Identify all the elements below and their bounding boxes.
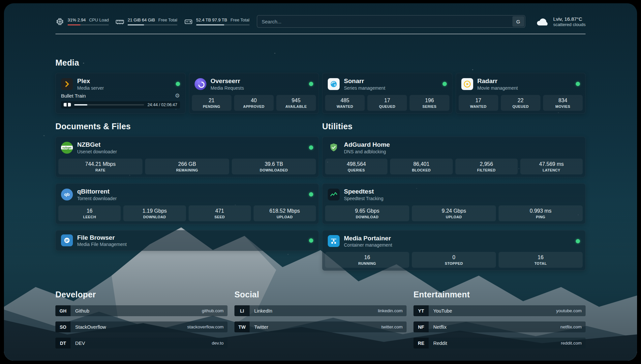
weather-widget: Lviv, 16.87°C scattered clouds bbox=[536, 16, 586, 27]
overseerr-card[interactable]: Overseerr Media Requests 21 PENDING 40 A… bbox=[189, 73, 319, 114]
cpu-label: CPU bbox=[89, 17, 98, 22]
filebrowser-card[interactable]: File Browser Media File Management bbox=[55, 230, 319, 251]
search-bar: G bbox=[257, 15, 525, 28]
app-name: AdGuard Home bbox=[344, 141, 390, 148]
bookmark-abbr: YT bbox=[413, 305, 429, 316]
progress-track[interactable] bbox=[74, 104, 144, 106]
bookmark-linkedin[interactable]: LI LinkedIn linkedin.com bbox=[234, 305, 407, 316]
section-title-social: Social bbox=[234, 290, 407, 299]
radarr-icon bbox=[461, 78, 473, 90]
bookmark-abbr: SO bbox=[55, 321, 71, 332]
bookmark-name: YouTube bbox=[433, 308, 452, 314]
stat-series: 196 SERIES bbox=[410, 95, 449, 111]
stat-remaining: 266 GB REMAINING bbox=[145, 159, 229, 174]
top-bar: 31% 2.94 CPU Load bbox=[55, 15, 586, 28]
bookmark-twitter[interactable]: TW Twitter twitter.com bbox=[234, 321, 407, 332]
sonarr-card[interactable]: Sonarr Series management 485 WANTED 17 Q… bbox=[322, 73, 452, 114]
disk-free-label: Free bbox=[230, 17, 239, 22]
disk-free-value: 52.4 TB bbox=[196, 17, 211, 22]
bookmark-stackoverflow[interactable]: SO StackOverflow stackoverflow.com bbox=[55, 321, 228, 332]
topbar-divider bbox=[55, 34, 586, 34]
gear-icon[interactable]: ⚙ bbox=[175, 93, 180, 99]
bookmark-url: linkedin.com bbox=[378, 308, 403, 313]
stat-queued: 17 QUEUED bbox=[367, 95, 407, 111]
bookmark-abbr: RE bbox=[413, 338, 429, 349]
status-dot bbox=[576, 239, 580, 243]
weather-location: Lviv, 16.87°C bbox=[553, 16, 586, 22]
ram-total-label: Total bbox=[168, 17, 177, 22]
social-bookmarks: Social LI LinkedIn linkedin.com TW Twitt… bbox=[234, 290, 407, 349]
bookmark-name: Github bbox=[75, 308, 89, 314]
plex-card[interactable]: Plex Media server Bullet Train ⚙ 24:44 /… bbox=[55, 73, 186, 114]
section-title-utilities: Utilities bbox=[322, 122, 586, 131]
search-engine-button[interactable]: G bbox=[512, 16, 524, 27]
bookmark-dev[interactable]: DT DEV dev.to bbox=[55, 338, 228, 349]
ram-free-label: Free bbox=[158, 17, 167, 22]
bookmark-name: Netflix bbox=[433, 324, 446, 330]
app-name: Sonarr bbox=[344, 77, 385, 85]
speedtest-card[interactable]: Speedtest Speedtest Tracking 9.65 Gbps D… bbox=[322, 183, 586, 224]
app-name: qBittorrent bbox=[77, 188, 117, 195]
app-description: Media File Management bbox=[77, 242, 127, 247]
sonarr-icon bbox=[328, 78, 340, 90]
nzbget-card[interactable]: nzbget NZBGet Usenet downloader 744.21 M… bbox=[55, 136, 319, 177]
section-title-media: Media bbox=[55, 58, 586, 68]
bookmark-abbr: TW bbox=[234, 321, 250, 332]
portainer-card[interactable]: Media Portainer Container management 16 … bbox=[322, 230, 586, 271]
bookmark-name: DEV bbox=[75, 341, 85, 346]
app-name: Plex bbox=[77, 77, 104, 85]
stat-queries: 498,564 QUERIES bbox=[325, 159, 387, 174]
bookmark-url: stackoverflow.com bbox=[187, 324, 224, 329]
stat-ping: 0.993 ms PING bbox=[499, 205, 583, 221]
bookmark-abbr: LI bbox=[234, 305, 250, 316]
status-dot bbox=[176, 82, 180, 86]
status-dot bbox=[443, 82, 447, 86]
documents-column: Documents & Files nzbget NZBGet Usenet d… bbox=[55, 122, 319, 271]
playback-bar[interactable]: 24:44 / 02:06:47 bbox=[61, 101, 180, 108]
disk-usage-bar bbox=[196, 24, 250, 25]
now-playing-title: Bullet Train bbox=[61, 93, 86, 99]
app-name: Media Portainer bbox=[344, 235, 392, 242]
section-title-developer: Developer bbox=[55, 290, 228, 299]
bookmark-url: dev.to bbox=[212, 341, 224, 346]
bookmark-github[interactable]: GH Github github.com bbox=[55, 305, 228, 316]
app-name: NZBGet bbox=[77, 141, 117, 148]
app-description: Speedtest Tracking bbox=[344, 196, 383, 201]
status-dot bbox=[309, 145, 313, 150]
app-name: File Browser bbox=[77, 234, 127, 241]
filebrowser-icon bbox=[61, 234, 73, 246]
stat-approved: 40 APPROVED bbox=[234, 95, 274, 111]
portainer-icon bbox=[328, 235, 340, 247]
stat-leech: 16 LEECH bbox=[58, 205, 121, 221]
ram-total-value: 64 GiB bbox=[142, 17, 155, 22]
progress-fill bbox=[74, 104, 87, 106]
qbittorrent-card[interactable]: qb qBittorrent Torrent downloader 16 LEE… bbox=[55, 183, 319, 224]
app-name: Speedtest bbox=[344, 188, 383, 195]
overseerr-icon bbox=[195, 78, 206, 90]
adguard-card[interactable]: AdGuard Home DNS and adblocking 498,564 … bbox=[322, 136, 586, 177]
bookmark-netflix[interactable]: NF Netflix netflix.com bbox=[413, 321, 586, 332]
stat-movies: 834 MOVIES bbox=[543, 95, 583, 111]
stat-total: 16 TOTAL bbox=[499, 252, 583, 268]
bookmark-reddit[interactable]: RE Reddit reddit.com bbox=[413, 338, 586, 349]
stat-wanted: 17 WANTED bbox=[459, 95, 498, 111]
stat-upload: 618.52 Mbps UPLOAD bbox=[254, 205, 316, 221]
stat-download: 1.19 Gbps DOWNLOAD bbox=[123, 205, 186, 221]
stat-latency: 47.569 ms LATENCY bbox=[520, 159, 583, 174]
cpu-usage-bar bbox=[68, 24, 109, 25]
section-title-documents: Documents & Files bbox=[55, 122, 319, 131]
stat-filtered: 2,956 FILTERED bbox=[455, 159, 518, 174]
plex-icon bbox=[61, 78, 73, 90]
app-description: Series management bbox=[344, 85, 385, 91]
bookmark-url: netflix.com bbox=[560, 324, 582, 329]
radarr-card[interactable]: Radarr Movie management 17 WANTED 22 QUE… bbox=[456, 73, 586, 114]
bookmark-youtube[interactable]: YT YouTube youtube.com bbox=[413, 305, 586, 316]
pause-icon[interactable] bbox=[64, 103, 71, 106]
stat-download: 9.65 Gbps DOWNLOAD bbox=[325, 205, 409, 221]
disk-icon bbox=[184, 17, 193, 26]
search-input[interactable] bbox=[257, 15, 525, 28]
system-monitors: 31% 2.94 CPU Load bbox=[55, 17, 250, 26]
stat-queued: 22 QUEUED bbox=[501, 95, 540, 111]
stat-seed: 471 SEED bbox=[189, 205, 251, 221]
now-playing: Bullet Train ⚙ 24:44 / 02:06:47 bbox=[56, 93, 185, 112]
